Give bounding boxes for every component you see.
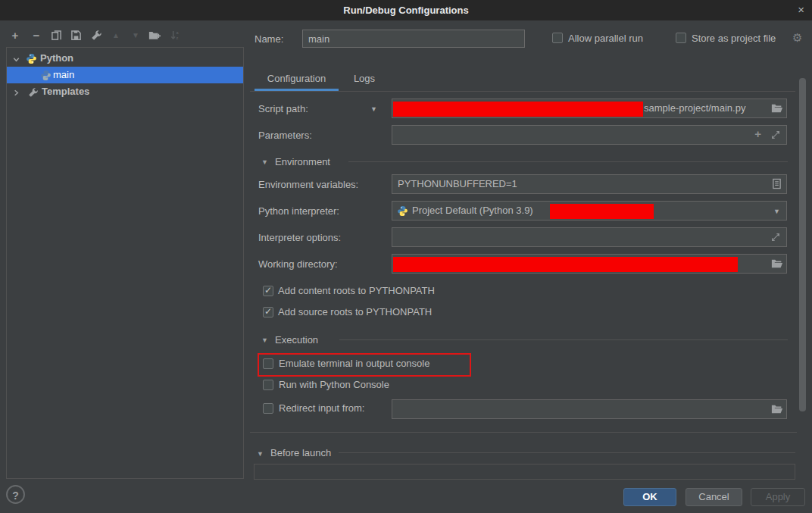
browse-folder-icon[interactable] — [771, 103, 783, 116]
tree-item-main[interactable]: main — [7, 67, 243, 83]
help-button[interactable]: ? — [6, 485, 25, 504]
redaction-overlay — [393, 102, 643, 117]
wrench-icon — [28, 86, 39, 103]
move-up-icon: ▲ — [108, 28, 123, 43]
cancel-button[interactable]: Cancel — [686, 488, 742, 506]
tree-item-label: Templates — [42, 83, 89, 100]
run-with-python-console-checkbox[interactable] — [263, 380, 273, 390]
parameters-input[interactable]: + — [392, 125, 787, 145]
python-icon — [397, 205, 408, 219]
redirect-input-checkbox[interactable] — [263, 403, 273, 414]
dialog-title: Run/Debug Configurations — [0, 0, 812, 20]
tree-item-python[interactable]: Python — [7, 50, 243, 67]
run-with-python-console-label: Run with Python Console — [279, 379, 389, 390]
collapse-triangle-icon[interactable]: ▼ — [257, 450, 264, 458]
environment-section-label: Environment — [275, 156, 330, 167]
name-input[interactable]: main — [302, 30, 525, 48]
browse-folder-icon[interactable] — [771, 404, 783, 417]
add-source-roots-checkbox[interactable] — [263, 307, 273, 317]
python-interpreter-dropdown[interactable]: Project Default (Python 3.9) ▼ — [392, 201, 787, 221]
emulate-terminal-checkbox[interactable] — [263, 358, 273, 369]
working-directory-input[interactable] — [392, 254, 787, 274]
redaction-overlay — [550, 204, 654, 219]
collapse-triangle-icon[interactable]: ▼ — [261, 336, 268, 344]
add-button[interactable]: + — [8, 28, 23, 43]
sort-alphabetically-icon: az — [167, 28, 183, 43]
name-label: Name: — [255, 33, 283, 45]
tabs-separator — [250, 91, 795, 92]
interpreter-options-input[interactable] — [392, 227, 787, 247]
expand-icon[interactable] — [770, 232, 781, 245]
new-folder-icon[interactable] — [147, 28, 162, 43]
script-path-label: Script path: — [258, 103, 308, 114]
add-source-roots-label: Add source roots to PYTHONPATH — [278, 306, 432, 317]
environment-variables-input[interactable]: PYTHONUNBUFFERED=1 — [392, 174, 787, 194]
tree-item-templates[interactable]: Templates — [7, 83, 243, 100]
section-divider — [348, 161, 788, 162]
svg-text:z: z — [176, 36, 178, 40]
edit-templates-wrench-icon[interactable] — [89, 28, 104, 43]
allow-parallel-run-label: Allow parallel run — [568, 33, 643, 44]
remove-button[interactable]: − — [29, 28, 44, 43]
allow-parallel-run-checkbox[interactable] — [552, 33, 563, 43]
save-icon[interactable] — [68, 28, 83, 43]
tab-configuration[interactable]: Configuration — [255, 69, 339, 89]
expand-icon[interactable] — [770, 130, 781, 142]
content-separator — [250, 432, 797, 433]
browse-folder-icon[interactable] — [771, 258, 783, 271]
tree-item-label: main — [53, 67, 74, 83]
tree-item-label: Python — [40, 50, 73, 67]
gear-icon[interactable]: ⚙ — [792, 31, 802, 45]
svg-text:a: a — [176, 30, 179, 35]
add-content-roots-checkbox[interactable] — [263, 286, 273, 296]
tab-logs[interactable]: Logs — [342, 69, 386, 89]
apply-button[interactable]: Apply — [751, 488, 805, 506]
working-directory-label: Working directory: — [258, 258, 338, 270]
redaction-overlay — [393, 257, 738, 272]
environment-variables-label: Environment variables: — [258, 179, 358, 190]
parameters-label: Parameters: — [258, 130, 312, 141]
script-path-input[interactable]: sample-project/main.py — [392, 99, 787, 118]
before-launch-section-label: Before launch — [270, 447, 331, 458]
emulate-terminal-label: Emulate terminal in output console — [279, 358, 429, 369]
script-path-type-caret-icon[interactable]: ▼ — [370, 105, 377, 113]
interpreter-options-label: Interpreter options: — [258, 232, 341, 243]
before-launch-task-list[interactable] — [254, 464, 795, 480]
add-content-roots-label: Add content roots to PYTHONPATH — [278, 285, 435, 296]
ok-button[interactable]: OK — [623, 488, 676, 506]
copy-icon[interactable] — [48, 28, 64, 43]
add-macro-icon[interactable]: + — [754, 127, 761, 140]
vertical-scrollbar-thumb[interactable] — [799, 78, 806, 411]
configurations-tree: Python main Templates — [6, 47, 244, 479]
redirect-input-file-input[interactable] — [392, 399, 787, 419]
python-interpreter-label: Python interpreter: — [258, 205, 339, 217]
execution-section-label: Execution — [275, 334, 318, 346]
store-as-project-file-checkbox[interactable] — [676, 33, 686, 43]
dropdown-caret-icon[interactable]: ▼ — [773, 208, 780, 215]
move-down-icon: ▼ — [128, 28, 143, 43]
redirect-input-label: Redirect input from: — [279, 402, 364, 414]
edit-variables-icon[interactable] — [772, 178, 782, 192]
section-divider — [339, 339, 788, 340]
chevron-right-icon[interactable] — [11, 86, 21, 103]
close-icon[interactable]: × — [798, 3, 804, 16]
collapse-triangle-icon[interactable]: ▼ — [261, 158, 268, 166]
store-as-project-file-label: Store as project file — [692, 33, 776, 44]
section-divider — [339, 452, 795, 453]
